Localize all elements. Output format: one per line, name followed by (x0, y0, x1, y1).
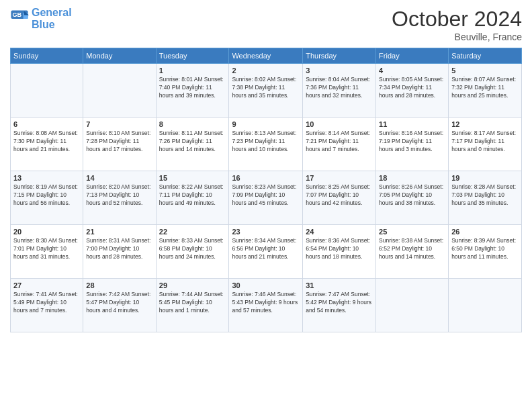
week-row-4: 27Sunrise: 7:41 AM Sunset: 5:49 PM Dayli… (11, 279, 522, 332)
day-cell (376, 279, 449, 332)
day-info: Sunrise: 8:20 AM Sunset: 7:13 PM Dayligh… (86, 183, 152, 208)
day-cell: 23Sunrise: 8:34 AM Sunset: 6:56 PM Dayli… (229, 225, 303, 279)
day-cell: 14Sunrise: 8:20 AM Sunset: 7:13 PM Dayli… (83, 171, 156, 225)
day-info: Sunrise: 8:17 AM Sunset: 7:17 PM Dayligh… (451, 130, 519, 154)
day-cell: 5Sunrise: 8:07 AM Sunset: 7:32 PM Daylig… (449, 64, 522, 118)
location: Beuville, France (392, 32, 522, 42)
day-cell: 12Sunrise: 8:17 AM Sunset: 7:17 PM Dayli… (449, 118, 522, 171)
day-number: 25 (379, 228, 445, 236)
day-cell: 17Sunrise: 8:25 AM Sunset: 7:07 PM Dayli… (303, 171, 376, 225)
day-info: Sunrise: 8:34 AM Sunset: 6:56 PM Dayligh… (232, 237, 300, 261)
svg-text:GB: GB (13, 11, 22, 18)
day-cell: 26Sunrise: 8:39 AM Sunset: 6:50 PM Dayli… (449, 225, 522, 279)
day-info: Sunrise: 7:41 AM Sunset: 5:49 PM Dayligh… (13, 291, 80, 315)
day-number: 22 (159, 228, 226, 236)
day-number: 19 (451, 174, 519, 182)
day-number: 30 (232, 281, 300, 289)
day-info: Sunrise: 8:11 AM Sunset: 7:26 PM Dayligh… (159, 130, 226, 154)
header: GB General Blue October 2024 Beuville, F… (10, 7, 522, 42)
day-number: 18 (379, 174, 445, 182)
day-cell: 20Sunrise: 8:30 AM Sunset: 7:01 PM Dayli… (11, 225, 83, 279)
day-info: Sunrise: 8:25 AM Sunset: 7:07 PM Dayligh… (306, 183, 373, 208)
day-info: Sunrise: 8:28 AM Sunset: 7:03 PM Dayligh… (451, 183, 519, 208)
day-cell: 11Sunrise: 8:16 AM Sunset: 7:19 PM Dayli… (376, 118, 449, 171)
day-cell (11, 64, 83, 118)
day-info: Sunrise: 8:31 AM Sunset: 7:00 PM Dayligh… (86, 237, 152, 261)
logo-general: General (32, 7, 72, 18)
day-number: 13 (13, 174, 80, 182)
day-number: 29 (159, 281, 226, 289)
day-cell: 21Sunrise: 8:31 AM Sunset: 7:00 PM Dayli… (83, 225, 156, 279)
day-number: 2 (232, 66, 300, 75)
day-number: 8 (159, 120, 226, 128)
day-number: 27 (13, 281, 80, 289)
day-cell: 15Sunrise: 8:22 AM Sunset: 7:11 PM Dayli… (156, 171, 229, 225)
day-cell: 10Sunrise: 8:14 AM Sunset: 7:21 PM Dayli… (303, 118, 376, 171)
day-info: Sunrise: 8:19 AM Sunset: 7:15 PM Dayligh… (13, 183, 80, 208)
day-number: 21 (86, 228, 152, 236)
day-number: 20 (13, 228, 80, 236)
day-cell: 8Sunrise: 8:11 AM Sunset: 7:26 PM Daylig… (156, 118, 229, 171)
day-number: 24 (306, 228, 373, 236)
day-number: 11 (379, 120, 445, 128)
week-row-1: 6Sunrise: 8:08 AM Sunset: 7:30 PM Daylig… (11, 118, 522, 171)
weekday-header-friday: Friday (376, 48, 449, 64)
weekday-header-tuesday: Tuesday (156, 48, 229, 64)
day-cell: 13Sunrise: 8:19 AM Sunset: 7:15 PM Dayli… (11, 171, 83, 225)
day-cell: 3Sunrise: 8:04 AM Sunset: 7:36 PM Daylig… (303, 64, 376, 118)
day-number: 14 (86, 174, 152, 182)
day-number: 15 (159, 174, 226, 182)
day-cell: 2Sunrise: 8:02 AM Sunset: 7:38 PM Daylig… (229, 64, 303, 118)
day-info: Sunrise: 8:02 AM Sunset: 7:38 PM Dayligh… (232, 76, 300, 100)
day-cell: 22Sunrise: 8:33 AM Sunset: 6:58 PM Dayli… (156, 225, 229, 279)
calendar-table: SundayMondayTuesdayWednesdayThursdayFrid… (10, 48, 522, 332)
day-cell: 7Sunrise: 8:10 AM Sunset: 7:28 PM Daylig… (83, 118, 156, 171)
day-cell: 19Sunrise: 8:28 AM Sunset: 7:03 PM Dayli… (449, 171, 522, 225)
day-info: Sunrise: 8:30 AM Sunset: 7:01 PM Dayligh… (13, 237, 80, 261)
calendar-body: 1Sunrise: 8:01 AM Sunset: 7:40 PM Daylig… (11, 64, 522, 332)
day-info: Sunrise: 8:38 AM Sunset: 6:52 PM Dayligh… (379, 237, 445, 261)
logo-blue: Blue (32, 19, 55, 30)
day-cell: 28Sunrise: 7:42 AM Sunset: 5:47 PM Dayli… (83, 279, 156, 332)
day-number: 3 (306, 66, 373, 75)
day-cell: 25Sunrise: 8:38 AM Sunset: 6:52 PM Dayli… (376, 225, 449, 279)
day-cell: 27Sunrise: 7:41 AM Sunset: 5:49 PM Dayli… (11, 279, 83, 332)
day-info: Sunrise: 8:01 AM Sunset: 7:40 PM Dayligh… (159, 76, 226, 100)
day-info: Sunrise: 7:42 AM Sunset: 5:47 PM Dayligh… (86, 291, 152, 315)
weekday-header-saturday: Saturday (449, 48, 522, 64)
week-row-2: 13Sunrise: 8:19 AM Sunset: 7:15 PM Dayli… (11, 171, 522, 225)
week-row-0: 1Sunrise: 8:01 AM Sunset: 7:40 PM Daylig… (11, 64, 522, 118)
day-number: 28 (86, 281, 152, 289)
day-info: Sunrise: 8:36 AM Sunset: 6:54 PM Dayligh… (306, 237, 373, 261)
day-info: Sunrise: 7:47 AM Sunset: 5:42 PM Dayligh… (306, 291, 373, 315)
day-info: Sunrise: 8:33 AM Sunset: 6:58 PM Dayligh… (159, 237, 226, 261)
logo: GB General Blue (10, 7, 72, 30)
day-cell: 9Sunrise: 8:13 AM Sunset: 7:23 PM Daylig… (229, 118, 303, 171)
day-info: Sunrise: 8:22 AM Sunset: 7:11 PM Dayligh… (159, 183, 226, 208)
day-info: Sunrise: 8:08 AM Sunset: 7:30 PM Dayligh… (13, 130, 80, 154)
day-info: Sunrise: 8:14 AM Sunset: 7:21 PM Dayligh… (306, 130, 373, 154)
day-info: Sunrise: 8:10 AM Sunset: 7:28 PM Dayligh… (86, 130, 152, 154)
title-block: October 2024 Beuville, France (392, 7, 522, 42)
day-cell: 30Sunrise: 7:46 AM Sunset: 5:43 PM Dayli… (229, 279, 303, 332)
logo-text: General Blue (32, 7, 72, 30)
day-cell: 24Sunrise: 8:36 AM Sunset: 6:54 PM Dayli… (303, 225, 376, 279)
day-number: 5 (451, 66, 519, 75)
day-info: Sunrise: 7:46 AM Sunset: 5:43 PM Dayligh… (232, 291, 300, 315)
weekday-row: SundayMondayTuesdayWednesdayThursdayFrid… (11, 48, 522, 64)
day-number: 4 (379, 66, 445, 75)
day-number: 17 (306, 174, 373, 182)
day-cell: 4Sunrise: 8:05 AM Sunset: 7:34 PM Daylig… (376, 64, 449, 118)
day-cell: 6Sunrise: 8:08 AM Sunset: 7:30 PM Daylig… (11, 118, 83, 171)
day-info: Sunrise: 7:44 AM Sunset: 5:45 PM Dayligh… (159, 291, 226, 315)
day-cell: 29Sunrise: 7:44 AM Sunset: 5:45 PM Dayli… (156, 279, 229, 332)
day-number: 6 (13, 120, 80, 128)
day-info: Sunrise: 8:23 AM Sunset: 7:09 PM Dayligh… (232, 183, 300, 208)
weekday-header-thursday: Thursday (303, 48, 376, 64)
day-number: 9 (232, 120, 300, 128)
page: GB General Blue October 2024 Beuville, F… (0, 0, 532, 411)
day-info: Sunrise: 8:05 AM Sunset: 7:34 PM Dayligh… (379, 76, 445, 100)
day-number: 23 (232, 228, 300, 236)
day-cell: 1Sunrise: 8:01 AM Sunset: 7:40 PM Daylig… (156, 64, 229, 118)
day-info: Sunrise: 8:13 AM Sunset: 7:23 PM Dayligh… (232, 130, 300, 154)
